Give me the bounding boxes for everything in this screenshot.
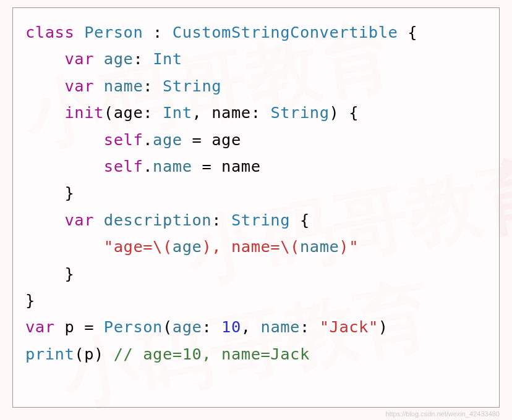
property-name: name [104,77,143,95]
keyword-var: var [64,49,94,68]
keyword-self: self [104,157,143,175]
keyword-self: self [104,130,143,149]
keyword-class: class [25,23,74,41]
code-block: class Person : CustomStringConvertible {… [12,7,500,408]
property-description: description [104,211,211,229]
keyword-var: var [64,77,94,95]
type-protocol: CustomStringConvertible [173,23,398,41]
footer-watermark: https://blog.csdn.net/wexin_42433480 [385,410,500,418]
type-person: Person [84,23,143,41]
keyword-var: var [64,211,94,229]
function-print: print [25,345,74,363]
keyword-var: var [25,317,55,336]
number-literal: 10 [221,317,241,336]
type-string: String [163,77,221,95]
keyword-init: init [64,103,103,122]
string-literal: "age= [104,237,153,256]
code-content: class Person : CustomStringConvertible {… [25,19,487,368]
type-int: Int [153,49,182,68]
property-age: age [104,49,134,68]
comment: // age=10, name=Jack [114,345,310,363]
string-literal: "Jack" [320,317,378,336]
